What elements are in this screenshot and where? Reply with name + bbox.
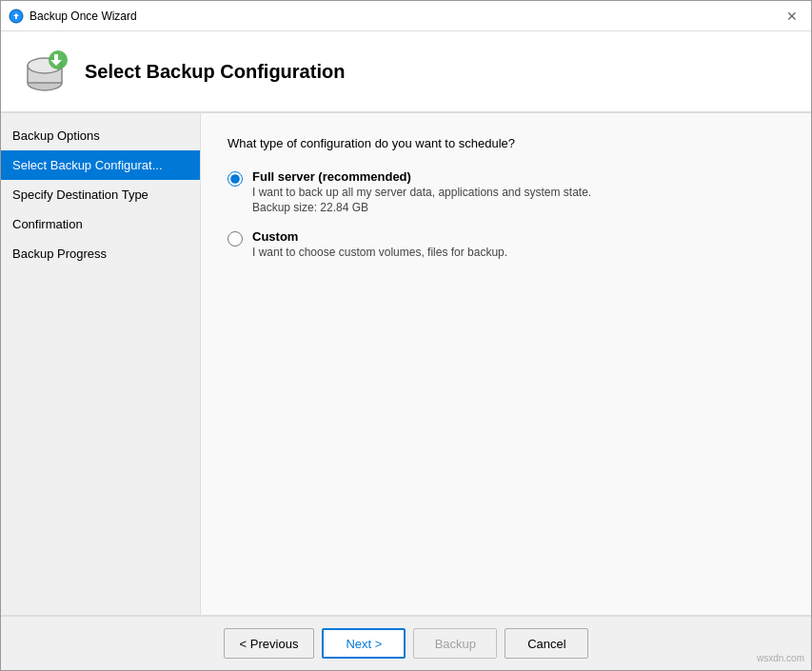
option-group: Full server (recommended) I want to back…: [228, 169, 784, 259]
sidebar-item-confirmation[interactable]: Confirmation: [1, 209, 200, 239]
option-custom-label: Custom: [252, 229, 507, 244]
wizard-window: Backup Once Wizard ✕ Select Backup Confi…: [0, 0, 812, 671]
close-button[interactable]: ✕: [781, 5, 803, 28]
option-full-server-desc: I want to back up all my server data, ap…: [252, 186, 591, 199]
sidebar-item-select-backup-config[interactable]: Select Backup Configurat...: [1, 150, 200, 180]
radio-custom[interactable]: [228, 231, 243, 247]
wizard-footer: < Previous Next > Backup Cancel: [1, 615, 811, 670]
question-text: What type of configuration do you want t…: [228, 136, 784, 150]
radio-full-server[interactable]: [228, 171, 243, 187]
main-content: Backup Options Select Backup Configurat.…: [1, 113, 811, 615]
cancel-button[interactable]: Cancel: [505, 628, 588, 659]
app-icon: [9, 9, 24, 24]
window-title: Backup Once Wizard: [30, 10, 137, 23]
option-full-server-size: Backup size: 22.84 GB: [252, 201, 591, 214]
title-bar: Backup Once Wizard ✕: [1, 1, 811, 31]
sidebar: Backup Options Select Backup Configurat.…: [1, 113, 201, 615]
content-area: What type of configuration do you want t…: [201, 113, 811, 615]
option-custom-desc: I want to choose custom volumes, files f…: [252, 246, 507, 259]
watermark: wsxdn.com: [757, 653, 804, 663]
previous-button[interactable]: < Previous: [224, 628, 315, 659]
option-custom: Custom I want to choose custom volumes, …: [228, 229, 784, 259]
option-full-server: Full server (recommended) I want to back…: [228, 169, 784, 214]
title-bar-left: Backup Once Wizard: [9, 9, 137, 24]
option-full-server-details: Full server (recommended) I want to back…: [252, 169, 591, 214]
option-custom-details: Custom I want to choose custom volumes, …: [252, 229, 507, 259]
sidebar-item-backup-options[interactable]: Backup Options: [1, 121, 200, 150]
option-full-server-label: Full server (recommended): [252, 169, 591, 184]
page-title: Select Backup Configuration: [85, 61, 345, 83]
next-button[interactable]: Next >: [322, 628, 406, 659]
sidebar-item-specify-destination[interactable]: Specify Destination Type: [1, 180, 200, 209]
wizard-header: Select Backup Configuration: [1, 31, 811, 113]
sidebar-item-backup-progress[interactable]: Backup Progress: [1, 239, 200, 268]
backup-button: Backup: [413, 628, 497, 659]
header-backup-icon: [20, 47, 69, 96]
